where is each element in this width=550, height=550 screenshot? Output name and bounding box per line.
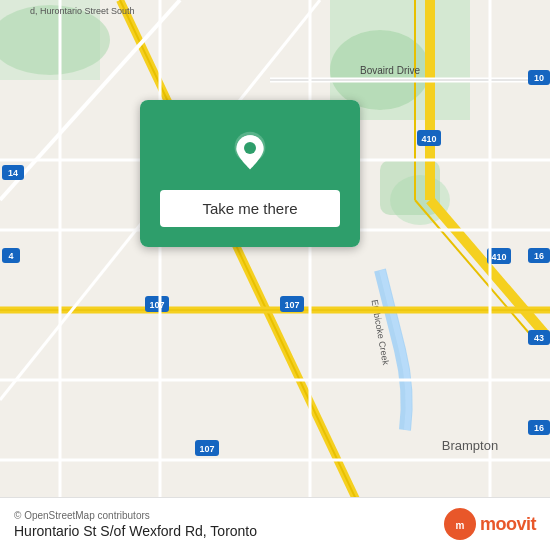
svg-text:14: 14 [8, 168, 18, 178]
svg-text:107: 107 [149, 300, 164, 310]
svg-text:d, Hurontario Street South: d, Hurontario Street South [30, 6, 135, 16]
svg-point-55 [244, 142, 256, 154]
bottom-left: © OpenStreetMap contributors Hurontario … [14, 510, 257, 539]
svg-line-14 [415, 200, 535, 340]
pin-icon [226, 130, 274, 178]
osm-attribution: © OpenStreetMap contributors [14, 510, 257, 521]
svg-text:107: 107 [199, 444, 214, 454]
svg-text:410: 410 [421, 134, 436, 144]
svg-text:4: 4 [8, 251, 13, 261]
popup-card: Take me there [140, 100, 360, 247]
popup-green-header: Take me there [140, 100, 360, 247]
svg-text:410: 410 [491, 252, 506, 262]
moovit-logo-text: moovit [480, 514, 536, 535]
map-container: Etobicoke Creek 410 410 107 107 107 Bova… [0, 0, 550, 550]
bottom-bar: © OpenStreetMap contributors Hurontario … [0, 497, 550, 550]
map-svg: Etobicoke Creek 410 410 107 107 107 Bova… [0, 0, 550, 550]
location-name: Hurontario St S/of Wexford Rd, Toronto [14, 523, 257, 539]
svg-text:43: 43 [534, 333, 544, 343]
svg-text:16: 16 [534, 251, 544, 261]
moovit-brand-icon: m [444, 508, 476, 540]
svg-text:m: m [456, 520, 465, 531]
moovit-logo: m moovit [444, 508, 536, 540]
svg-text:10: 10 [534, 73, 544, 83]
svg-text:16: 16 [534, 423, 544, 433]
svg-text:Bovaird Drive: Bovaird Drive [360, 65, 420, 76]
svg-text:107: 107 [284, 300, 299, 310]
svg-text:Brampton: Brampton [442, 438, 498, 453]
take-me-there-button[interactable]: Take me there [160, 190, 340, 227]
